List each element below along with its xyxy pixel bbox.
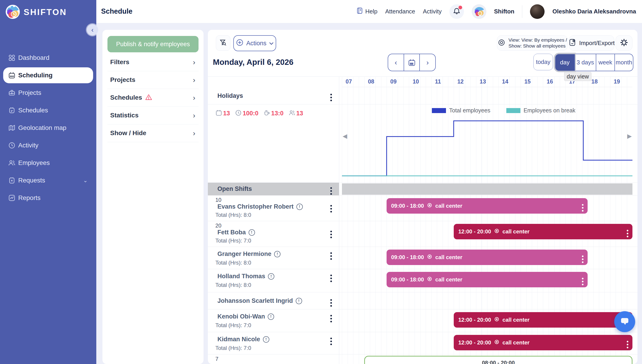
open-shifts-kebab-menu[interactable] (329, 186, 334, 196)
notifications-button[interactable] (449, 4, 464, 19)
hour-label: 08 (364, 76, 387, 87)
day-view-tooltip: day view (564, 72, 591, 81)
accordion-projects[interactable]: Projects › (108, 71, 199, 89)
employee-kebab-menu[interactable] (329, 313, 334, 324)
sidebar-item-activity[interactable]: Activity (0, 136, 96, 154)
people-icon (8, 159, 16, 166)
shift-location: call center (502, 317, 529, 323)
top-header: Schedule Help Attendance Activity (96, 0, 642, 23)
shift-bar[interactable]: 12:00 - 20:00 call center (454, 312, 632, 328)
sidebar-item-projects[interactable]: Projects (0, 84, 96, 102)
info-icon[interactable] (274, 251, 280, 257)
shift-kebab-menu[interactable] (625, 339, 630, 350)
view-day-button[interactable]: day (555, 54, 574, 71)
accordion-show-hide[interactable]: Show / Hide › (108, 124, 199, 142)
info-icon[interactable] (296, 298, 302, 304)
page-title: Schedule (101, 7, 133, 16)
shift-bar[interactable]: 09:00 - 18:00 call center (387, 272, 587, 287)
chat-widget-button[interactable] (614, 311, 635, 332)
chevron-down-icon: ⌄ (83, 177, 88, 184)
dashboard-icon (8, 54, 16, 62)
help-link[interactable]: Help (356, 7, 377, 16)
workspace-avatar[interactable] (472, 4, 486, 19)
shift-kebab-menu[interactable] (625, 228, 630, 239)
break-cup-icon (263, 110, 270, 117)
schedules-note-icon (8, 107, 16, 114)
hour-label: 11 (431, 76, 454, 87)
chart-scroll-right-arrow[interactable]: ▶ (627, 133, 632, 140)
sidebar-item-requests[interactable]: Requests ⌄ (0, 172, 96, 189)
next-day-button[interactable]: › (419, 54, 435, 71)
accordion-statistics[interactable]: Statistics › (108, 106, 199, 124)
info-icon[interactable] (268, 273, 274, 280)
sidebar-logo[interactable]: SHIFTON (6, 4, 67, 20)
help-book-icon (356, 7, 363, 16)
accordion-label: Schedules (108, 94, 142, 101)
actions-button[interactable]: Actions (233, 35, 276, 51)
open-shift-bar[interactable]: 08:00 - 20:00 (364, 356, 632, 364)
sidebar-collapse-button[interactable]: ‹ (87, 24, 98, 36)
calendar-picker-button[interactable] (404, 54, 420, 71)
employee-row: 10 Evans Christopher Robert Total (Hrs):… (208, 196, 637, 221)
hour-label: 10 (409, 76, 431, 87)
import-export-button[interactable]: Import/Export (569, 35, 614, 51)
view-month-button[interactable]: month (614, 54, 633, 71)
shift-bar[interactable]: 12:00 - 20:00 call center (454, 335, 632, 350)
shift-kebab-menu[interactable] (580, 254, 585, 265)
shift-bar[interactable]: 09:00 - 18:00 call center (387, 198, 587, 214)
attendance-link[interactable]: Attendance (385, 8, 415, 15)
plus-circle-icon (236, 39, 244, 48)
employee-name-text: Kidman Nicole (217, 336, 260, 343)
total-hours: Total (Hrs): 7:0 (215, 322, 251, 328)
sidebar-item-reports[interactable]: Reports (0, 189, 96, 206)
user-avatar[interactable] (530, 4, 544, 19)
accordion-filters[interactable]: Filters › (108, 53, 199, 71)
sidebar-item-dashboard[interactable]: Dashboard (0, 49, 96, 66)
hour-label: 16 (543, 76, 565, 87)
employee-name-text: Evans Christopher Robert (217, 203, 294, 210)
info-icon[interactable] (263, 336, 269, 342)
accordion-schedules[interactable]: Schedules › (108, 89, 199, 107)
shift-bar[interactable]: 12:00 - 20:00 call center (454, 224, 632, 239)
view-3days-button[interactable]: 3 days (574, 54, 596, 71)
employee-kebab-menu[interactable] (329, 203, 334, 214)
employee-kebab-menu[interactable] (329, 229, 334, 240)
employee-name-text: Fett Boba (217, 229, 246, 236)
chevron-right-icon: › (193, 111, 195, 120)
info-icon[interactable] (296, 204, 303, 210)
settings-button[interactable] (615, 35, 632, 51)
employee-kebab-menu[interactable] (329, 273, 334, 284)
user-name[interactable]: Oleshko Daria Aleksandrovna (552, 8, 636, 15)
import-export-label: Import/Export (579, 40, 615, 47)
employee-kebab-menu[interactable] (329, 250, 334, 262)
filter-funnel-button[interactable] (216, 35, 230, 51)
location-pin-icon (494, 316, 500, 324)
chart-scroll-left-arrow[interactable]: ◀ (343, 133, 347, 140)
activity-link[interactable]: Activity (423, 8, 442, 15)
view-week-button[interactable]: week (596, 54, 614, 71)
holidays-kebab-menu[interactable] (329, 92, 334, 103)
prev-day-button[interactable]: ‹ (388, 54, 404, 71)
workspace-name[interactable]: Shifton (494, 8, 514, 15)
today-button[interactable]: today (533, 54, 553, 70)
shift-kebab-menu[interactable] (580, 276, 585, 287)
info-icon[interactable] (268, 314, 274, 320)
info-icon[interactable] (249, 229, 255, 236)
employee-name: Holland Thomas (217, 273, 274, 280)
sidebar-item-schedules[interactable]: Schedules (0, 102, 96, 119)
sidebar-item-scheduling[interactable]: Scheduling (3, 67, 93, 83)
sidebar-item-geolocation-map[interactable]: Geolocation map (0, 119, 96, 136)
sidebar-item-label: Projects (18, 89, 41, 96)
view-settings-button[interactable]: View: View: By employees / Show: Show al… (497, 35, 567, 51)
publish-notify-button[interactable]: Publish & notify employees (108, 36, 199, 52)
employee-kebab-menu[interactable] (329, 336, 334, 347)
shift-kebab-menu[interactable] (580, 202, 585, 214)
hour-label: 07 (342, 76, 364, 87)
chevron-right-icon: › (193, 76, 195, 84)
location-pin-icon (494, 339, 500, 346)
sidebar-item-employees[interactable]: Employees (0, 154, 96, 172)
employee-kebab-menu[interactable] (329, 297, 334, 308)
shift-time: 12:00 - 20:00 (458, 340, 491, 346)
shift-bar[interactable]: 09:00 - 18:00 call center (387, 250, 587, 265)
shift-location: call center (435, 254, 462, 260)
